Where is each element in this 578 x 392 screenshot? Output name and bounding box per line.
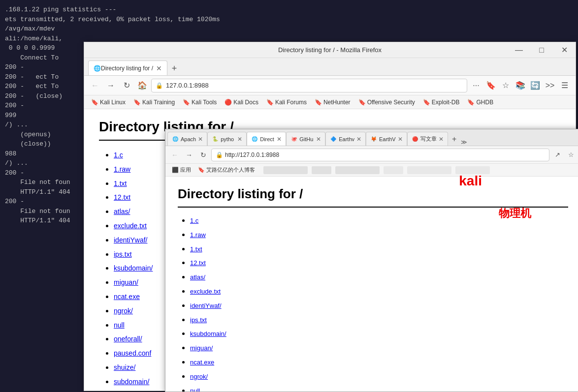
file-link-ncat[interactable]: ncat.exe	[114, 293, 140, 301]
tab-python-icon: 🐍	[212, 136, 219, 143]
bookmark-ghdb[interactable]: 🔖 GHDB	[464, 98, 496, 107]
fg-file-miguan[interactable]: miguan/	[190, 344, 213, 352]
star-button[interactable]: ☆	[499, 79, 513, 92]
file-link-shuize[interactable]: shuize/	[114, 363, 135, 371]
tab-python-label: pytho	[221, 136, 234, 142]
bookmark-exploit-db[interactable]: 🔖 Exploit-DB	[420, 98, 463, 107]
file-link-ngrok[interactable]: ngrok/	[114, 307, 133, 315]
fg-file-1raw[interactable]: 1.raw	[190, 231, 206, 239]
bookmark-kali-linux[interactable]: 🔖 Kali Linux	[88, 98, 128, 107]
file-link-atlas[interactable]: atlas/	[114, 208, 130, 215]
titlebar-controls: — □ ✕	[508, 42, 576, 58]
reload-button[interactable]: ↻	[120, 79, 133, 92]
fg-file-exclude[interactable]: exclude.txt	[190, 288, 221, 295]
file-link-identiywaf[interactable]: identiYwaf/	[114, 236, 147, 244]
tab-earthv2[interactable]: 🦊 EarthV ✕	[366, 132, 407, 146]
bookmark-kali-training[interactable]: 🔖 Kali Training	[130, 98, 178, 107]
forward-button[interactable]: →	[104, 79, 118, 92]
fg-file-ksubdomain[interactable]: ksubdomain/	[190, 330, 226, 337]
tab-dir-listing[interactable]: 🌐 Directory listing for / ✕	[88, 60, 167, 75]
pocket-button[interactable]: 🔖	[484, 79, 498, 92]
tab-overflow-button[interactable]: ≫	[461, 139, 467, 146]
back-button[interactable]: ←	[88, 79, 102, 92]
fg-address-bar[interactable]: 🔒 http://127.0.0.1:8988	[211, 149, 549, 161]
tab-close-icon[interactable]: ✕	[156, 64, 162, 72]
file-link-exclude[interactable]: exclude.txt	[114, 222, 147, 230]
fg-bookmark-blog[interactable]: 🔖 艾路亿亿的个人博客	[195, 166, 257, 174]
home-button[interactable]: 🏠	[135, 79, 149, 92]
fg-file-1txt[interactable]: 1.txt	[190, 245, 202, 253]
fg-file-null[interactable]: null	[190, 387, 200, 392]
file-link-ksubdomain[interactable]: ksubdomain/	[114, 264, 153, 272]
fg-file-identiywaf[interactable]: identiYwaf/	[190, 302, 222, 309]
tab-article-icon: 🔴	[412, 136, 418, 143]
fg-bookmark-apps[interactable]: ⬛ 应用	[169, 166, 193, 174]
tab-earthv2-close[interactable]: ✕	[398, 136, 403, 143]
fg-forward-button[interactable]: →	[183, 149, 195, 161]
file-link-1c[interactable]: 1.c	[114, 151, 123, 159]
wuli-label: 物理机	[499, 206, 531, 221]
tab-directory-icon: 🌐	[251, 136, 258, 143]
menu-button[interactable]: ☰	[558, 79, 572, 92]
tab-article-close[interactable]: ✕	[439, 136, 444, 143]
more-button[interactable]: ···	[469, 79, 483, 92]
tab-earthv1-close[interactable]: ✕	[356, 136, 361, 143]
bookmark-offensive[interactable]: 🔖 Offensive Security	[355, 98, 418, 107]
file-link-12txt[interactable]: 12.txt	[114, 193, 130, 201]
kali-label: kali	[459, 173, 482, 189]
file-link-null[interactable]: null	[114, 321, 125, 329]
file-link-oneforall[interactable]: oneforall/	[114, 335, 142, 343]
tab-directory[interactable]: 🌐 Direct ✕	[247, 132, 286, 146]
file-link-miguan[interactable]: miguan/	[114, 278, 138, 286]
minimize-button[interactable]: —	[508, 42, 530, 58]
file-link-paused-conf[interactable]: paused.conf	[114, 349, 151, 357]
tab-github[interactable]: 🐙 GitHu ✕	[286, 132, 325, 146]
new-tab-button[interactable]: +	[167, 61, 181, 75]
tab-write-article[interactable]: 🔴 写文章 ✕	[407, 132, 448, 146]
bookmark-nethunter[interactable]: 🔖 NetHunter	[312, 98, 353, 107]
tab-earthv1[interactable]: 🔷 Earthv ✕	[325, 132, 366, 146]
bookmark-kali-forums[interactable]: 🔖 Kali Forums	[263, 98, 310, 107]
file-link-subdomain[interactable]: subdomain/	[114, 378, 149, 386]
tab-github-icon: 🐙	[290, 136, 297, 143]
tab-article-label: 写文章	[420, 135, 437, 143]
bookmark-kali-docs[interactable]: 🔴 Kali Docs	[222, 98, 261, 107]
bookmark-placeholder-3	[335, 166, 380, 174]
fg-dir-heading: Directory listing for /	[178, 186, 568, 202]
address-bar-bg[interactable]: 🔒 127.0.0.1:8988	[151, 79, 467, 92]
extensions-button[interactable]: >>	[543, 79, 557, 92]
fg-file-atlas[interactable]: atlas/	[190, 273, 205, 281]
fg-content: Directory listing for / 1.c 1.raw 1.txt …	[165, 177, 578, 392]
bookmark-kali-tools[interactable]: 🔖 Kali Tools	[180, 98, 220, 107]
fg-star-button[interactable]: ☆	[565, 149, 578, 161]
fg-file-ips[interactable]: ips.txt	[190, 316, 207, 324]
tab-apache[interactable]: 🌐 Apach ✕	[167, 132, 207, 146]
close-button[interactable]: ✕	[553, 42, 576, 58]
tab-apache-icon: 🌐	[172, 136, 179, 143]
fg-file-ngrok[interactable]: ngrok/	[190, 373, 208, 380]
tab-apache-close[interactable]: ✕	[198, 136, 203, 143]
fg-reload-button[interactable]: ↻	[197, 149, 210, 161]
tab-github-close[interactable]: ✕	[316, 136, 321, 143]
tab-directory-close[interactable]: ✕	[277, 136, 282, 143]
tab-python[interactable]: 🐍 pytho ✕	[207, 132, 247, 146]
file-link-1txt[interactable]: 1.txt	[114, 180, 127, 187]
tab-python-close[interactable]: ✕	[237, 136, 242, 143]
maximize-button[interactable]: □	[530, 42, 553, 58]
file-link-1raw[interactable]: 1.raw	[114, 165, 130, 173]
tab-directory-label: Direct	[260, 136, 274, 142]
tab-earthv2-icon: 🦊	[370, 136, 377, 143]
fg-file-1c[interactable]: 1.c	[190, 217, 198, 224]
fg-file-ncat[interactable]: ncat.exe	[190, 359, 214, 366]
fg-dir-list: 1.c 1.raw 1.txt 12.txt atlas/ exclude.tx…	[178, 213, 568, 392]
fg-back-button[interactable]: ←	[168, 149, 181, 161]
fg-lock-icon: 🔒	[216, 151, 223, 158]
sync-button[interactable]: 🔄	[528, 79, 542, 92]
firefox-window-fg: 🌐 Apach ✕ 🐍 pytho ✕ 🌐 Direct ✕ 🐙 GitHu ✕…	[165, 129, 578, 392]
library-button[interactable]: 📚	[514, 79, 527, 92]
file-link-ips[interactable]: ips.txt	[114, 250, 132, 258]
fg-share-button[interactable]: ↗	[551, 149, 564, 161]
tab-bar-fg: 🌐 Apach ✕ 🐍 pytho ✕ 🌐 Direct ✕ 🐙 GitHu ✕…	[165, 129, 578, 146]
fg-new-tab-button[interactable]: +	[448, 133, 461, 146]
fg-file-12txt[interactable]: 12.txt	[190, 259, 206, 267]
